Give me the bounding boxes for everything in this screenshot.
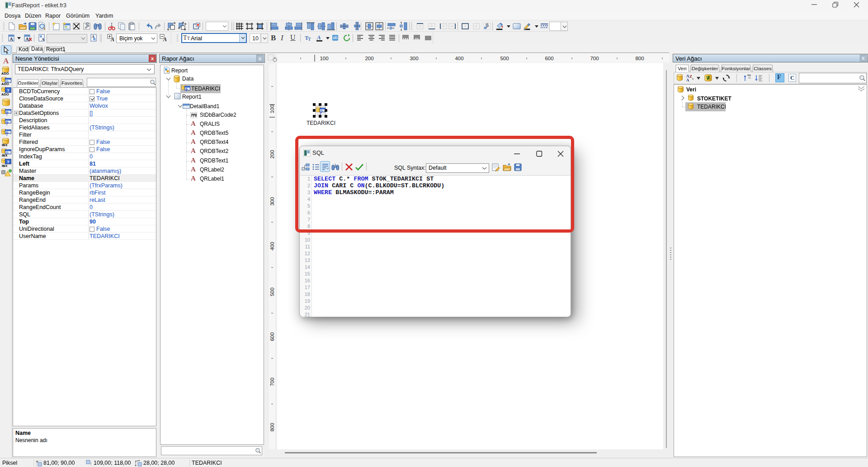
svg-text:A: A: [110, 36, 114, 43]
svg-text:400: 400: [455, 56, 463, 61]
svg-text:800: 800: [635, 56, 644, 61]
svg-text:500: 500: [500, 56, 509, 61]
svg-text:100: 100: [269, 105, 275, 113]
svg-text:Z: Z: [689, 74, 692, 79]
svg-text:A: A: [9, 36, 13, 42]
svg-text:200: 200: [269, 150, 275, 158]
svg-text:400: 400: [269, 242, 275, 250]
svg-text:700: 700: [269, 377, 275, 386]
svg-text:T: T: [308, 37, 311, 42]
svg-text:A: A: [163, 36, 167, 43]
svg-text:600: 600: [269, 332, 275, 341]
svg-text:300: 300: [269, 197, 275, 205]
svg-text:600: 600: [545, 56, 553, 61]
svg-text:100: 100: [320, 56, 328, 61]
svg-text:A: A: [316, 34, 321, 41]
svg-text:200: 200: [365, 56, 373, 61]
svg-text:700: 700: [590, 56, 599, 61]
svg-text:300: 300: [410, 56, 418, 61]
svg-text:A: A: [92, 34, 95, 39]
svg-text:A: A: [686, 78, 689, 82]
svg-text:500: 500: [269, 287, 275, 296]
svg-text:A: A: [25, 36, 29, 42]
svg-text:A: A: [42, 37, 45, 42]
svg-text:800: 800: [269, 423, 275, 431]
